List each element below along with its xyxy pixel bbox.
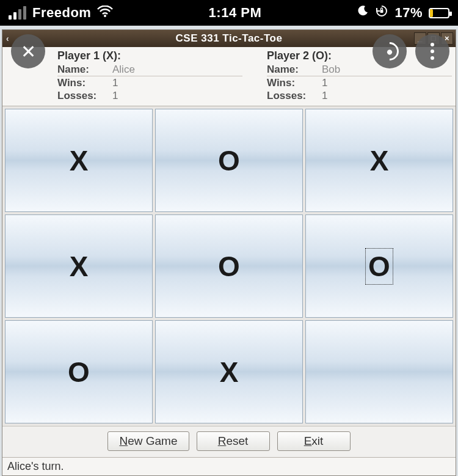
cell-mark bbox=[377, 371, 382, 373]
player2-losses-label: Losses: bbox=[267, 90, 322, 102]
battery-pct-label: 17% bbox=[394, 5, 423, 21]
carrier-label: Freedom bbox=[32, 5, 91, 21]
cell-mark: X bbox=[368, 143, 391, 178]
phone-status-left: Freedom bbox=[9, 4, 113, 21]
player1-name-value: Alice bbox=[112, 64, 135, 76]
board-cell-5[interactable]: O bbox=[305, 214, 453, 318]
board-cell-1[interactable]: O bbox=[155, 109, 303, 212]
player1-losses-label: Losses: bbox=[57, 90, 112, 102]
player1-block: Player 1 (X): Name: Alice Wins: 1 Losses… bbox=[57, 49, 242, 102]
battery-icon bbox=[429, 8, 449, 18]
board-cell-7[interactable]: X bbox=[155, 320, 303, 423]
board-cell-4[interactable]: O bbox=[155, 214, 303, 318]
more-icon bbox=[431, 43, 434, 60]
board-cell-6[interactable]: O bbox=[5, 320, 153, 423]
status-label: Alice's turn. bbox=[2, 457, 456, 475]
svg-point-0 bbox=[104, 15, 106, 17]
board-cell-3[interactable]: X bbox=[5, 214, 153, 318]
game-board: XOXXOOOX bbox=[2, 106, 456, 426]
overlay-lens-button[interactable] bbox=[373, 34, 407, 68]
player1-wins-label: Wins: bbox=[57, 77, 112, 89]
cell-mark: O bbox=[65, 354, 92, 390]
player2-losses-value: 1 bbox=[322, 90, 327, 102]
board-cell-2[interactable]: X bbox=[305, 109, 453, 212]
phone-status-right: 17% bbox=[357, 4, 449, 21]
close-icon: ✕ bbox=[21, 41, 36, 62]
board-cell-0[interactable]: X bbox=[5, 109, 153, 212]
exit-button[interactable]: Exit bbox=[277, 431, 351, 451]
cell-mark: X bbox=[67, 143, 91, 178]
reset-button[interactable]: Reset bbox=[197, 431, 270, 451]
orientation-lock-icon bbox=[375, 4, 388, 21]
cell-mark: O bbox=[216, 249, 242, 284]
cell-mark: X bbox=[67, 249, 91, 284]
cell-mark: X bbox=[217, 354, 241, 390]
cell-mark: O bbox=[216, 143, 242, 178]
cell-mark: O bbox=[366, 249, 393, 284]
player1-heading: Player 1 (X): bbox=[57, 49, 242, 62]
overlay-more-button[interactable] bbox=[415, 34, 449, 68]
svg-rect-1 bbox=[380, 10, 383, 13]
new-game-button[interactable]: New Game bbox=[107, 431, 189, 451]
clock-label: 1:14 PM bbox=[209, 5, 262, 21]
board-cell-8[interactable] bbox=[305, 320, 453, 423]
app-window: ‹ CSE 331 Tic-Tac-Toe _ □ × Player 1 (X)… bbox=[2, 29, 456, 476]
window-title: CSE 331 Tic-Tac-Toe bbox=[176, 32, 283, 45]
player2-name-value: Bob bbox=[322, 64, 340, 76]
phone-status-bar: Freedom 1:14 PM 17% bbox=[0, 0, 458, 26]
signal-icon bbox=[9, 6, 26, 20]
button-bar: New Game Reset Exit bbox=[2, 426, 456, 457]
player1-wins-value: 1 bbox=[112, 77, 118, 89]
player2-wins-value: 1 bbox=[322, 77, 327, 89]
player2-wins-label: Wins: bbox=[267, 77, 322, 89]
moon-icon bbox=[357, 5, 369, 21]
player1-losses-value: 1 bbox=[112, 90, 118, 102]
titlebar-back-icon[interactable]: ‹ bbox=[6, 34, 9, 43]
wifi-icon bbox=[97, 4, 113, 21]
player1-name-label: Name: bbox=[57, 64, 112, 76]
lens-icon bbox=[377, 38, 402, 64]
overlay-close-button[interactable]: ✕ bbox=[11, 34, 45, 68]
player2-name-label: Name: bbox=[267, 64, 322, 76]
